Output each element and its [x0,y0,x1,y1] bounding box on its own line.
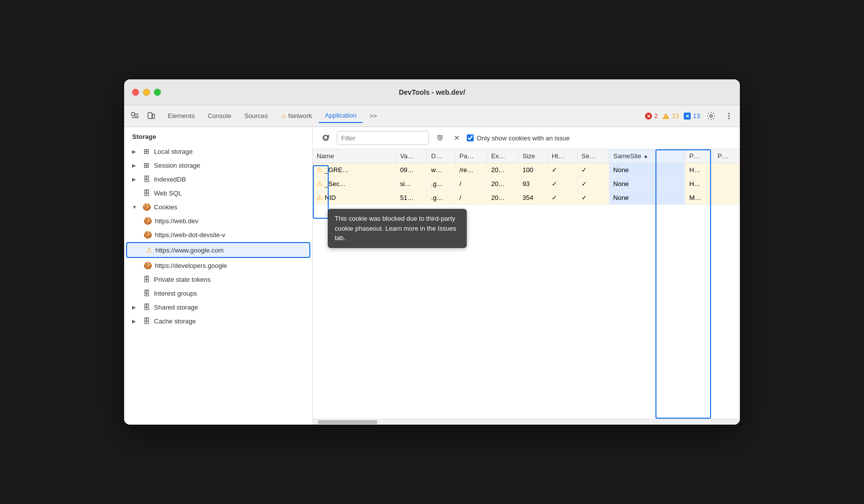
cookie-icon: 🍪 [142,203,151,211]
sidebar-item-indexeddb[interactable]: ▶ 🗄 IndexedDB [124,172,312,186]
sidebar-item-web-sql[interactable]: ▶ 🗄 Web SQL [124,186,312,200]
cell-p2 [714,191,740,205]
tabs-right-group: ✕ 2 ! 13 ✕ 13 [645,109,736,123]
device-toolbar-button[interactable] [144,109,158,123]
sidebar-item-private-state-tokens[interactable]: ▶ 🗄 Private state tokens [124,272,312,286]
cookie-icon: 🍪 [143,231,152,239]
cell-p1: H… [685,163,714,177]
table-row[interactable]: ⚠ _GRE… 09… w… /re… 20… 100 ✓ ✓ None [313,163,740,177]
cookie-tooltip: This cookie was blocked due to third-par… [328,209,467,248]
issues-checkbox[interactable] [467,134,474,141]
network-warning-icon: ⚠ [281,113,287,120]
cell-expires: 20… [487,177,518,191]
th-secure[interactable]: Se… [577,149,609,163]
db-icon: 🗄 [142,303,151,311]
th-p1[interactable]: P… [685,149,714,163]
tab-network[interactable]: ⚠ Network [275,109,318,123]
cell-expires: 20… [487,163,518,177]
cell-p2 [714,177,740,191]
tab-application[interactable]: Application [319,109,362,123]
cell-path: /re… [455,163,487,177]
tab-elements[interactable]: Elements [162,109,201,123]
cell-domain: .g… [427,177,455,191]
cell-value: si… [396,177,427,191]
tab-sources[interactable]: Sources [238,109,274,123]
db-icon: 🗄 [142,289,151,297]
sidebar-item-https-web-dev[interactable]: 🍪 https://web.dev [124,214,312,228]
db-icon: 🗄 [142,175,151,183]
th-samesite[interactable]: SameSite ▲ [609,149,685,163]
tab-more[interactable]: >> [363,109,383,123]
cookies-toolbar: ✕ Only show cookies with an issue [313,127,740,149]
th-httponly[interactable]: Ht… [548,149,577,163]
right-panel: ✕ Only show cookies with an issue Name V… [313,127,740,425]
sidebar-item-https-web-dot-devsite[interactable]: 🍪 https://web-dot-devsite-v [124,228,312,242]
info-badge[interactable]: ✕ 13 [683,112,700,120]
sidebar-item-interest-groups[interactable]: ▶ 🗄 Interest groups [124,286,312,300]
warning-triangle-icon: ⚠ [146,246,152,254]
arrow-down-icon: ▼ [132,204,139,210]
clear-filter-button[interactable]: ✕ [451,132,463,144]
horizontal-scrollbar[interactable] [313,419,740,425]
cell-domain: .g… [427,191,455,205]
tab-console[interactable]: Console [202,109,237,123]
svg-rect-0 [132,113,135,116]
cookie-warning-icon: ⚠ [317,194,323,201]
traffic-lights [132,89,161,96]
table-icon: ⊞ [142,161,151,169]
db-icon: 🗄 [142,189,151,197]
db-icon: 🗄 [142,317,151,325]
scrollbar-thumb[interactable] [318,420,377,424]
close-button[interactable] [132,89,139,96]
filter-input[interactable] [337,131,429,145]
sidebar-item-shared-storage[interactable]: ▶ 🗄 Shared storage [124,300,312,314]
cell-name: ⚠ _GRE… [313,163,396,177]
th-expires[interactable]: Ex… [487,149,518,163]
cell-p1: H… [685,177,714,191]
filter-settings-button[interactable] [433,131,447,145]
table-row[interactable]: ⚠ _Sec… si… .g… / 20… 93 ✓ ✓ None [313,177,740,191]
cell-httponly: ✓ [548,163,577,177]
refresh-button[interactable] [319,131,333,145]
cell-name: ⚠ _Sec… [313,177,396,191]
window-title: DevTools - web.dev/ [399,88,465,96]
db-icon: 🗄 [142,275,151,283]
th-path[interactable]: Pa… [455,149,487,163]
svg-text:!: ! [665,114,667,119]
svg-point-14 [728,115,730,117]
table-icon: ⊞ [142,147,151,155]
inspect-icon-button[interactable] [128,109,142,123]
main-content: Storage ▶ ⊞ Local storage ▶ ⊞ Session st… [124,127,740,425]
table-row[interactable]: ⚠ NID 51… .g… / 20… 354 ✓ ✓ None [313,191,740,205]
cell-httponly: ✓ [548,177,577,191]
error-badge[interactable]: ✕ 2 [645,112,658,120]
sidebar-item-cache-storage[interactable]: ▶ 🗄 Cache storage [124,314,312,328]
th-name[interactable]: Name [313,149,396,163]
cell-samesite: None [609,163,685,177]
issues-filter-label[interactable]: Only show cookies with an issue [467,134,570,142]
sidebar-item-cookies[interactable]: ▼ 🍪 Cookies [124,200,312,214]
sidebar-item-https-google[interactable]: ⚠ https://www.google.com [126,242,310,258]
th-domain[interactable]: D… [427,149,455,163]
devtools-window: DevTools - web.dev/ Elements Cons [124,79,740,425]
maximize-button[interactable] [154,89,161,96]
th-value[interactable]: Va… [396,149,427,163]
sidebar-item-local-storage[interactable]: ▶ ⊞ Local storage [124,144,312,158]
th-p2[interactable]: P… [714,149,740,163]
cell-samesite: None [609,191,685,205]
svg-point-12 [710,115,713,117]
minimize-button[interactable] [143,89,150,96]
cell-p2 [714,163,740,177]
svg-rect-5 [152,114,154,119]
sidebar-item-https-developers-google[interactable]: 🍪 https://developers.google [124,258,312,272]
settings-button[interactable] [704,109,718,123]
th-size[interactable]: Size [518,149,548,163]
warning-badge[interactable]: ! 13 [662,112,679,120]
cell-value: 09… [396,163,427,177]
more-options-button[interactable] [722,109,736,123]
cell-secure: ✓ [577,163,609,177]
table-header-row: Name Va… D… Pa… Ex… Size Ht… Se… SameSit… [313,149,740,163]
sidebar-item-session-storage[interactable]: ▶ ⊞ Session storage [124,158,312,172]
arrow-icon: ▶ [132,305,139,310]
arrow-icon: ▶ [132,177,139,182]
